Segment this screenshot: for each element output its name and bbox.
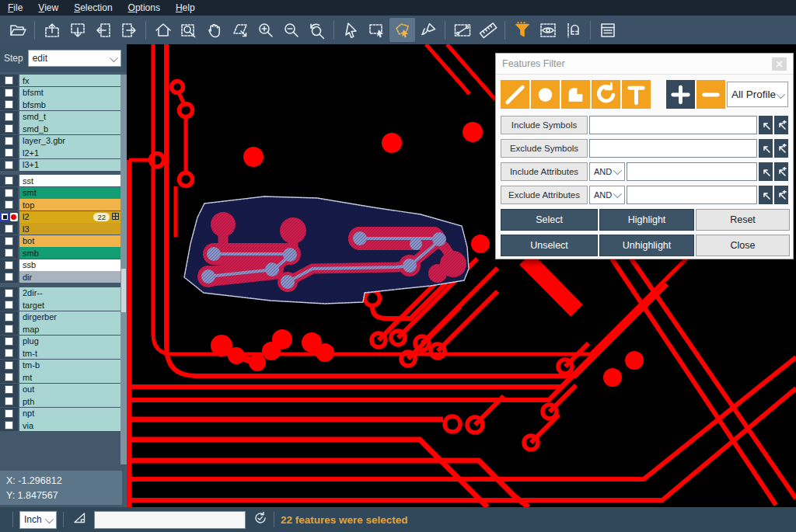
layer-visibility-checkbox[interactable] (5, 113, 13, 121)
menu-view[interactable]: View (30, 1, 66, 15)
angle-measure-icon[interactable] (73, 512, 86, 527)
layer-label[interactable]: smd_t (19, 111, 120, 123)
scroll-right-button[interactable] (116, 18, 141, 42)
layer-row-fx[interactable]: fx (0, 75, 120, 86)
layer-visibility-checkbox[interactable] (5, 249, 13, 257)
layer-row-l3[interactable]: l3 (0, 223, 120, 235)
layer-visibility-checkbox[interactable] (5, 200, 13, 209)
layer-label[interactable]: smt (19, 187, 120, 199)
layer-label[interactable]: smb (19, 247, 120, 259)
layer-visibility-checkbox[interactable] (5, 89, 13, 97)
layer-visibility-checkbox[interactable] (5, 289, 13, 297)
features-filter-button[interactable] (509, 18, 535, 42)
layer-row-dirgerber[interactable]: dirgerber (0, 311, 120, 323)
layer-visibility-checkbox[interactable] (5, 261, 13, 269)
layer-row-npt[interactable]: npt (0, 408, 120, 419)
command-input[interactable] (94, 511, 246, 529)
include-symbols-button[interactable]: Include Symbols (501, 116, 588, 134)
layer-label[interactable]: l3 (19, 223, 120, 235)
sync-icon[interactable] (253, 511, 267, 528)
layer-row-bfsmt[interactable]: bfsmt (0, 87, 120, 99)
layer-visibility-checkbox[interactable] (5, 373, 13, 381)
zoom-object-button[interactable] (227, 18, 253, 42)
layer-label[interactable]: map (19, 323, 120, 335)
layer-row-pth[interactable]: pth (0, 395, 120, 407)
layer-label[interactable]: l2+1 (19, 147, 120, 158)
select-rectangle-button[interactable] (364, 18, 389, 42)
scrollbar-thumb[interactable] (121, 269, 126, 312)
layer-label[interactable]: bot (19, 235, 120, 247)
include-attributes-input[interactable] (627, 162, 757, 181)
open-file-button[interactable] (5, 18, 30, 42)
surface-tool-button[interactable] (561, 80, 590, 109)
zoom-previous-button[interactable] (304, 18, 330, 42)
layer-label[interactable]: ssb (19, 259, 120, 271)
add-filter-button[interactable] (666, 80, 695, 109)
exclude-attributes-pick-add-button[interactable] (774, 186, 788, 204)
layer-label[interactable]: bfsmt (19, 87, 120, 99)
measure-line-button[interactable] (449, 18, 475, 42)
layer-visibility-checkbox[interactable] (5, 325, 13, 333)
layer-visibility-checkbox[interactable] (5, 273, 13, 281)
layer-visibility-checkbox[interactable] (5, 189, 13, 197)
layer-row-l2[interactable]: l222 (0, 211, 120, 223)
step-select[interactable]: edit (28, 50, 121, 67)
layer-row-smd_t[interactable]: smd_t (0, 111, 120, 123)
layer-row-2dir--[interactable]: 2dir-- (0, 287, 120, 299)
layer-row-map[interactable]: map (0, 323, 120, 335)
snap-mode-button[interactable] (560, 18, 586, 42)
view-options-button[interactable] (535, 18, 560, 42)
layer-visibility-checkbox[interactable] (5, 397, 13, 405)
scroll-down-button[interactable] (65, 18, 90, 42)
layer-label[interactable]: sst (19, 175, 120, 186)
arc-tool-button[interactable] (592, 80, 620, 109)
layer-row-smt[interactable]: smt (0, 187, 120, 199)
layer-label[interactable]: 2dir-- (19, 287, 120, 299)
include-symbols-pick-button[interactable] (759, 116, 773, 134)
zoom-out-button[interactable] (278, 18, 304, 42)
exclude-attributes-button[interactable]: Exclude Attributes (501, 186, 588, 204)
layer-label[interactable]: mt (19, 371, 120, 383)
scroll-up-button[interactable] (39, 18, 65, 42)
select-button[interactable]: Select (501, 209, 598, 231)
layer-visibility-checkbox[interactable] (5, 148, 13, 157)
layer-visibility-checkbox[interactable] (5, 161, 13, 169)
dialog-close-button[interactable] (772, 57, 787, 71)
layer-visibility-checkbox[interactable] (5, 385, 13, 394)
layer-row-top[interactable]: top (0, 199, 120, 210)
highlight-button[interactable]: Highlight (599, 209, 694, 231)
layer-row-mt[interactable]: mt (0, 371, 120, 383)
layer-row-sst[interactable]: sst (0, 175, 120, 186)
layer-visibility-checkbox[interactable] (5, 361, 13, 370)
layer-visibility-checkbox[interactable] (5, 349, 13, 357)
layer-row-via[interactable]: via (0, 419, 120, 431)
measure-ruler-button[interactable] (475, 18, 501, 42)
layer-label[interactable]: fx (19, 75, 120, 86)
menu-options[interactable]: Options (120, 1, 168, 15)
layer-visibility-checkbox[interactable] (5, 421, 13, 429)
layer-row-tm-b[interactable]: tm-b (0, 360, 120, 371)
exclude-attributes-pick-button[interactable] (759, 186, 773, 204)
exclude-symbols-button[interactable]: Exclude Symbols (501, 139, 588, 158)
paint-brush-button[interactable] (415, 18, 441, 42)
exclude-attributes-logic-select[interactable]: AND (589, 186, 625, 204)
layer-label[interactable]: l3+1 (19, 159, 120, 171)
layer-label[interactable]: via (19, 419, 120, 431)
include-symbols-pick-add-button[interactable] (774, 116, 788, 134)
layer-row-smb[interactable]: smb (0, 247, 120, 259)
layer-row-tm-t[interactable]: tm-t (0, 347, 120, 359)
menu-file[interactable]: File (0, 1, 30, 15)
zoom-area-button[interactable] (176, 18, 201, 42)
layer-grid-icon[interactable] (112, 212, 119, 221)
layer-label[interactable]: plug (19, 336, 120, 347)
layer-visibility-checkbox[interactable] (5, 76, 13, 85)
layer-visibility-checkbox[interactable] (5, 313, 13, 322)
pad-tool-button[interactable] (531, 80, 560, 109)
layer-label[interactable]: l222 (19, 211, 120, 223)
layer-scrollbar[interactable] (120, 75, 127, 464)
layer-row-target[interactable]: target (0, 299, 120, 311)
layer-row-plug[interactable]: plug (0, 336, 120, 347)
zoom-in-button[interactable] (253, 18, 278, 42)
dialog-title-bar[interactable]: Features Filter (496, 54, 793, 75)
layer-row-l3+1[interactable]: l3+1 (0, 159, 120, 171)
